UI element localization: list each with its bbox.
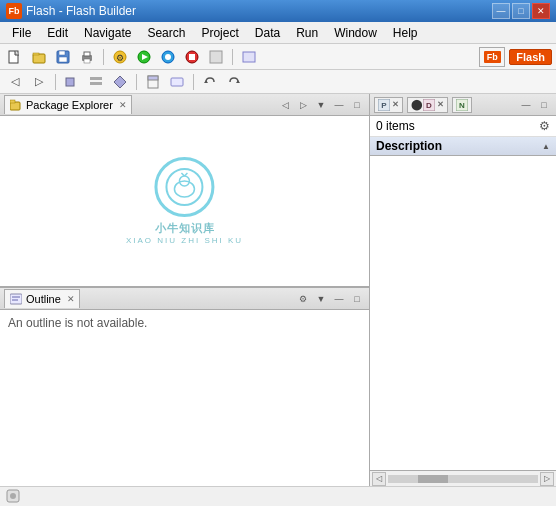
watermark-text: 小牛知识库: [155, 221, 215, 236]
left-panel: Package Explorer ✕ ◁ ▷ ▼ — □: [0, 94, 370, 486]
svg-rect-2: [33, 53, 39, 55]
tb2-btn5[interactable]: [166, 72, 188, 92]
svg-rect-1: [33, 54, 45, 63]
outline-nav: ⚙ ▼ — □: [295, 291, 365, 307]
tb2-btn1[interactable]: [61, 72, 83, 92]
tb2-undo[interactable]: [199, 72, 221, 92]
pe-dropdown-btn[interactable]: ▼: [313, 97, 329, 113]
pe-max-btn[interactable]: □: [349, 97, 365, 113]
menu-navigate[interactable]: Navigate: [76, 24, 139, 42]
right-tab-n[interactable]: N: [452, 97, 472, 113]
menu-search[interactable]: Search: [139, 24, 193, 42]
open-button[interactable]: [28, 47, 50, 67]
flash-button-outer[interactable]: Fb: [479, 47, 505, 67]
save-button[interactable]: [52, 47, 74, 67]
right-tab-d[interactable]: ⬤ D ✕: [407, 97, 448, 113]
menu-window[interactable]: Window: [326, 24, 385, 42]
svg-rect-20: [90, 77, 102, 80]
pe-min-btn[interactable]: —: [331, 97, 347, 113]
svg-line-34: [185, 173, 188, 176]
scroll-thumb[interactable]: [418, 475, 448, 483]
tb2-sep1: [55, 74, 56, 90]
desc-header: Description ▲: [370, 137, 556, 156]
package-explorer-icon: [9, 98, 23, 112]
svg-text:N: N: [459, 101, 465, 110]
outline-settings-btn[interactable]: ⚙: [295, 291, 311, 307]
flash-label[interactable]: Flash: [509, 49, 552, 65]
package-explorer-tab[interactable]: Package Explorer ✕: [4, 95, 132, 114]
menu-project[interactable]: Project: [193, 24, 246, 42]
title-bar: Fb Flash - Flash Builder — □ ✕: [0, 0, 556, 22]
maximize-button[interactable]: □: [512, 3, 530, 19]
watermark: 小牛知识库 XIAO NIU ZHI SHI KU: [126, 157, 243, 245]
menu-run[interactable]: Run: [288, 24, 326, 42]
scroll-up-icon[interactable]: ▲: [542, 142, 550, 151]
menu-data[interactable]: Data: [247, 24, 288, 42]
svg-point-45: [10, 493, 16, 499]
svg-rect-7: [84, 52, 90, 56]
scroll-track[interactable]: [388, 475, 538, 483]
tb2-btn2[interactable]: [85, 72, 107, 92]
desc-body: [370, 156, 556, 470]
outline-min-btn[interactable]: —: [331, 291, 347, 307]
skip-button[interactable]: [205, 47, 227, 67]
right-scrollbar: ◁ ▷: [370, 470, 556, 486]
right-panel-content: 0 items ⚙ Description ▲ ◁ ▷: [370, 116, 556, 486]
package-explorer-close[interactable]: ✕: [119, 100, 127, 110]
package-explorer-header: Package Explorer ✕ ◁ ▷ ▼ — □: [0, 94, 369, 116]
outline-close[interactable]: ✕: [67, 294, 75, 304]
right-min-btn[interactable]: —: [518, 97, 534, 113]
back-button[interactable]: ◁: [4, 72, 26, 92]
menu-edit[interactable]: Edit: [39, 24, 76, 42]
svg-marker-22: [114, 76, 126, 88]
right-max-btn[interactable]: □: [536, 97, 552, 113]
svg-marker-26: [204, 80, 208, 83]
svg-text:P: P: [381, 101, 387, 110]
new-file-button[interactable]: [4, 47, 26, 67]
svg-marker-27: [236, 80, 240, 83]
package-explorer-label: Package Explorer: [26, 99, 113, 111]
package-explorer-content[interactable]: 小牛知识库 XIAO NIU ZHI SHI KU: [0, 116, 369, 286]
debug-button[interactable]: ⚙: [109, 47, 131, 67]
outline-max-btn[interactable]: □: [349, 291, 365, 307]
main-toolbar: ⚙ Fb Flash: [0, 44, 556, 70]
right-panel-header: P ✕ ⬤ D ✕ N — □: [370, 94, 556, 116]
menu-help[interactable]: Help: [385, 24, 426, 42]
minimize-button[interactable]: —: [492, 3, 510, 19]
items-count-label: 0 items: [376, 119, 415, 133]
watermark-circle: [155, 157, 215, 217]
window-controls: — □ ✕: [492, 3, 550, 19]
tb2-btn4[interactable]: [142, 72, 164, 92]
status-bar: [0, 486, 556, 506]
outline-content[interactable]: An outline is not available.: [0, 310, 369, 486]
print-button[interactable]: [76, 47, 98, 67]
scroll-left-arrow[interactable]: ◁: [372, 472, 386, 486]
run-button[interactable]: [133, 47, 155, 67]
extra-button[interactable]: [238, 47, 260, 67]
items-count-bar: 0 items ⚙: [370, 116, 556, 137]
profile-button[interactable]: [157, 47, 179, 67]
menu-file[interactable]: File: [4, 24, 39, 42]
right-tab-p[interactable]: P ✕: [374, 97, 403, 113]
outline-dropdown-btn[interactable]: ▼: [313, 291, 329, 307]
tb2-btn3[interactable]: [109, 72, 131, 92]
tb2-sep2: [136, 74, 137, 90]
tb2-redo[interactable]: [223, 72, 245, 92]
outline-label: Outline: [26, 293, 61, 305]
right-tab-d-icon: ⬤: [411, 99, 422, 110]
svg-rect-5: [59, 57, 67, 62]
svg-rect-24: [148, 76, 158, 80]
toolbar-right: Fb Flash: [479, 47, 552, 67]
pe-forward-btn[interactable]: ▷: [295, 97, 311, 113]
outline-tab[interactable]: Outline ✕: [4, 289, 80, 308]
scroll-right-arrow[interactable]: ▷: [540, 472, 554, 486]
pe-back-btn[interactable]: ◁: [277, 97, 293, 113]
close-button[interactable]: ✕: [532, 3, 550, 19]
stop-button[interactable]: [181, 47, 203, 67]
app-title: Flash - Flash Builder: [26, 4, 136, 18]
package-explorer-section: Package Explorer ✕ ◁ ▷ ▼ — □: [0, 94, 369, 286]
secondary-toolbar: ◁ ▷: [0, 70, 556, 94]
forward-button[interactable]: ▷: [28, 72, 50, 92]
right-panel-controls: — □: [518, 97, 552, 113]
items-settings-icon[interactable]: ⚙: [539, 119, 550, 133]
